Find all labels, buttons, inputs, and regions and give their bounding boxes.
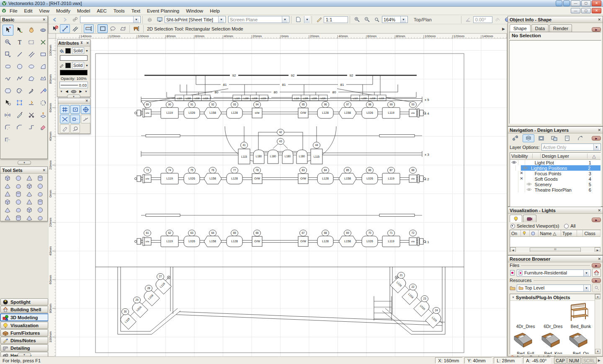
chevron-down-icon[interactable]: ▼ [133, 16, 139, 23]
next-lineweight-icon[interactable]: ▶ [79, 90, 82, 93]
lights-column-name[interactable]: Name △ [539, 230, 561, 236]
flyover-tool-icon[interactable] [38, 25, 49, 36]
symbol-bed_kng[interactable]: Bed_Kng [539, 329, 567, 354]
viewports-icon[interactable] [549, 134, 560, 142]
menu-event-planning[interactable]: Event Planning [144, 8, 183, 14]
pen-color-swatch[interactable] [65, 63, 71, 68]
symbol-insert-tool-icon[interactable] [3, 49, 13, 60]
double-line-tool-icon[interactable] [26, 49, 37, 60]
menu-window[interactable]: Window [183, 8, 206, 14]
tab-render[interactable]: Render [549, 24, 572, 32]
doc-close-button[interactable]: ✕ [592, 8, 601, 13]
layer-row-soft-goods[interactable]: ✕Soft Goods4 [510, 176, 600, 182]
ellipse-tool-icon[interactable] [26, 61, 37, 72]
scale-pencil-icon[interactable] [314, 15, 324, 24]
home-icon[interactable] [592, 269, 601, 277]
symbol-6dr_dres[interactable]: undefined6Dr_Dres [539, 302, 567, 329]
category-furn-fixtures[interactable]: Furn/Fixtures [0, 329, 48, 336]
files-flyout-icon[interactable]: ▶ [592, 263, 601, 268]
doc-minimize-button[interactable]: — [571, 8, 580, 13]
fill-color-bar[interactable] [60, 55, 88, 61]
symbol-bed_bunk[interactable]: Bed_Bunk [567, 302, 595, 329]
quick-button-1[interactable] [556, 0, 562, 6]
search-icon[interactable] [592, 284, 601, 292]
create-surface-tool-icon[interactable] [13, 174, 23, 182]
close-icon[interactable]: ✕ [598, 257, 601, 261]
modebar-overflow-icon[interactable]: ▶ [502, 27, 505, 31]
eraser-tool-icon[interactable] [38, 122, 49, 133]
radio-selected-viewports[interactable]: Selected Viewport(s) [510, 223, 559, 228]
chamfer-tool-icon[interactable] [14, 122, 25, 133]
category-visualization[interactable]: Visualization [0, 322, 48, 329]
chevron-down-icon[interactable]: ▼ [218, 16, 224, 23]
references-icon[interactable] [575, 134, 586, 142]
layer-options-icon[interactable] [144, 15, 155, 24]
delete-tool-icon[interactable] [38, 37, 49, 48]
tab-data[interactable]: Data [531, 24, 549, 32]
zoom-in-tool-icon[interactable] [352, 15, 362, 24]
statusbar-overflow-icon[interactable]: ▶ [598, 359, 600, 362]
lights-column-on[interactable]: On [510, 230, 521, 236]
cone-tool-icon[interactable] [24, 198, 34, 206]
link-icon[interactable] [510, 134, 521, 142]
sphere-tool-icon[interactable] [3, 198, 13, 206]
snap-angle-icon[interactable] [81, 115, 90, 123]
mode-multiple-objects-icon[interactable] [70, 24, 80, 33]
chevron-down-icon[interactable]: ▼ [593, 144, 599, 150]
lights-column-blank[interactable] [577, 230, 583, 236]
category-dims-notes[interactable]: Dims/Notes [0, 337, 48, 344]
zoom-out-tool-icon[interactable] [362, 15, 372, 24]
lasso-marquee-icon[interactable] [108, 24, 118, 33]
menu-text[interactable]: Text [128, 8, 144, 14]
palette-flyout-icon[interactable]: ▶ [592, 136, 601, 141]
scrollbar-thumb[interactable]: ⦀⦀ [530, 248, 581, 252]
bulb-icon[interactable] [521, 230, 530, 236]
folder-icon[interactable] [510, 285, 515, 290]
chevron-down-icon[interactable]: ▼ [583, 270, 589, 276]
polyline-tool-icon[interactable] [14, 73, 25, 84]
text-tool-icon[interactable]: T [14, 37, 25, 48]
chevron-down-icon[interactable]: ▼ [60, 90, 63, 93]
toggle-cap[interactable]: CAP [554, 357, 567, 364]
interactive-scaling-icon[interactable] [84, 24, 94, 33]
back-button[interactable] [50, 15, 60, 24]
select-similar-tool-icon[interactable] [3, 97, 13, 108]
drop-shape-tool-icon[interactable] [35, 174, 45, 182]
taper-tool-icon[interactable] [13, 214, 23, 222]
maximize-button[interactable]: ▢ [581, 0, 591, 6]
push-pull-tool-icon[interactable] [24, 174, 34, 182]
doc-restore-button[interactable]: ▢ [581, 8, 591, 13]
radio-all[interactable]: All [564, 223, 575, 228]
circle-tool-icon[interactable] [14, 61, 25, 72]
category-spotlight[interactable]: Spotlight [0, 298, 48, 305]
angle-field[interactable]: 0.00° [473, 16, 492, 23]
category-building-shell[interactable]: Building Shell [0, 306, 48, 313]
layer-row-focus-points[interactable]: ✕Focus Points3 [510, 171, 600, 176]
marquee-tool-icon[interactable] [26, 37, 37, 48]
rectangle-tool-icon[interactable] [38, 49, 49, 60]
chevron-down-icon[interactable]: ▼ [85, 90, 88, 93]
plane-combo[interactable]: Screen Plane▼ [228, 16, 289, 23]
category-3d-modeling[interactable]: 3D Modeling [0, 313, 49, 321]
selection-tool-icon[interactable] [3, 25, 13, 36]
connect-tool-icon[interactable] [26, 122, 37, 133]
split-tool-icon[interactable] [14, 110, 25, 120]
rounded-rectangle-tool-icon[interactable] [3, 61, 13, 72]
menu-view[interactable]: View [36, 8, 53, 14]
menu-modify[interactable]: Modify [53, 8, 74, 14]
palette-flyout-icon[interactable]: ▶ [592, 27, 601, 32]
symbol-bed_full[interactable]: Bed_Full [512, 329, 539, 354]
chevron-down-icon[interactable]: ▼ [282, 16, 288, 23]
move-by-points-tool-icon[interactable] [26, 97, 37, 108]
drawing-canvas[interactable]: 140mm120mm100mm80mm60mm40mm20mm0mm20mm40… [48, 33, 507, 356]
eyedropper-tool-icon[interactable] [26, 85, 37, 96]
chevron-down-icon[interactable]: ▼ [583, 285, 589, 291]
box-tool-icon[interactable] [35, 198, 45, 206]
resources-combo[interactable]: Top Level▼ [517, 285, 591, 292]
slab-tool-icon[interactable] [13, 190, 23, 198]
layer-row-scenery[interactable]: Scenery5 [510, 182, 600, 187]
close-icon[interactable]: ✕ [598, 208, 601, 213]
page-icon[interactable] [293, 15, 303, 24]
chevron-down-icon[interactable]: ▼ [85, 64, 88, 67]
smart-edge-icon[interactable] [70, 115, 80, 123]
